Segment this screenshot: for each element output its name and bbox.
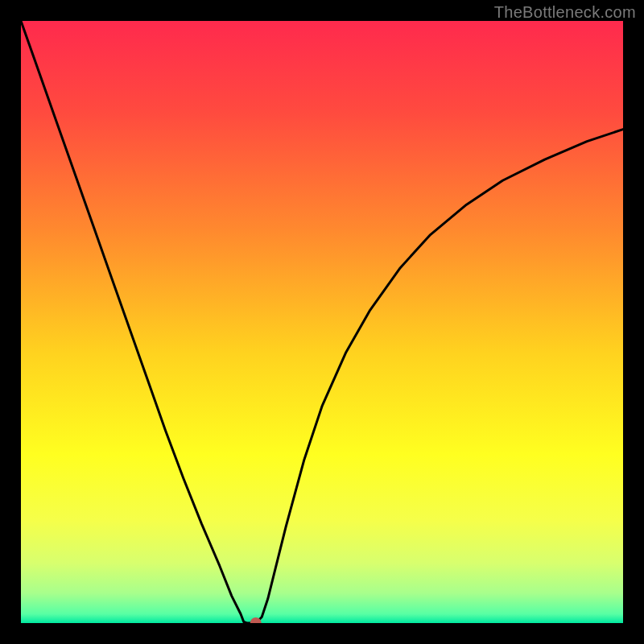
plot-background bbox=[21, 21, 623, 623]
bottleneck-chart bbox=[0, 0, 644, 644]
chart-container: TheBottleneck.com bbox=[0, 0, 644, 644]
watermark-text: TheBottleneck.com bbox=[494, 3, 636, 22]
